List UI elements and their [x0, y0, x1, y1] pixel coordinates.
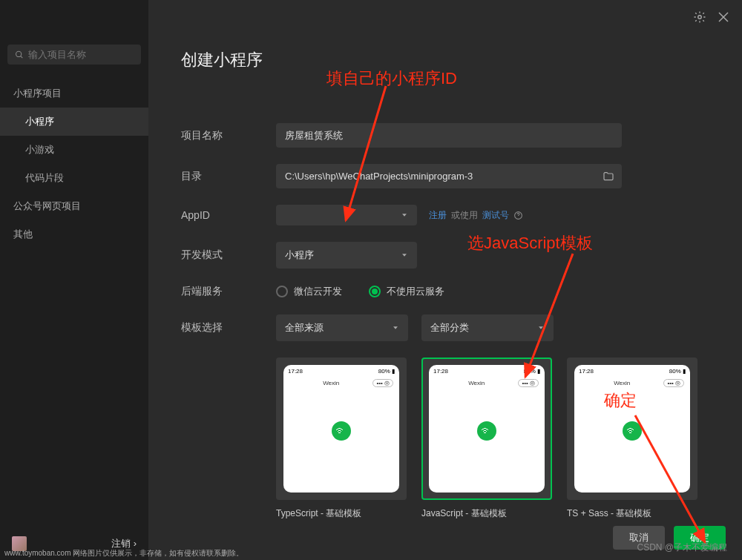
row-appid: AppID 注册 或使用 测试号	[181, 205, 700, 225]
svg-point-2	[698, 16, 702, 19]
label-dev-mode: 开发模式	[181, 248, 276, 262]
nav-section-other[interactable]: 其他	[0, 220, 148, 248]
template-name: TypeScript - 基础模板	[276, 507, 407, 520]
template-list: 17:2880% ▮ Wexin••• ◎ ᯤ TypeScript - 基础模…	[276, 358, 700, 520]
chevron-down-icon	[537, 324, 545, 332]
svg-point-0	[16, 51, 22, 56]
label-directory: 目录	[181, 170, 276, 183]
label-appid: AppID	[181, 209, 276, 221]
input-directory[interactable]	[285, 164, 603, 188]
label-template: 模板选择	[181, 321, 276, 335]
watermark-left: www.toymoban.com 网络图片仅供展示，非存储，如有侵权请联系删除。	[4, 548, 243, 559]
appid-hint: 注册 或使用 测试号	[429, 209, 523, 222]
search-icon	[15, 50, 24, 60]
nav-item-minigame[interactable]: 小游戏	[0, 136, 148, 164]
radio-dot-selected	[369, 286, 381, 297]
close-icon[interactable]	[717, 10, 730, 24]
miniprogram-logo-icon: ᯤ	[623, 421, 642, 441]
row-dev-mode: 开发模式 小程序	[181, 242, 700, 269]
help-icon[interactable]	[513, 211, 523, 220]
page-title: 创建小程序	[181, 49, 700, 71]
main: 创建小程序 项目名称 目录 AppID 注册 或使用 测试号	[148, 0, 742, 560]
template-source-value: 全部来源	[285, 321, 324, 335]
chevron-down-icon	[392, 324, 399, 332]
nav-item-snippet[interactable]: 代码片段	[0, 164, 148, 192]
label-project-name: 项目名称	[181, 129, 276, 142]
titlebar	[148, 0, 742, 34]
nav-item-miniprogram[interactable]: 小程序	[0, 108, 148, 136]
radio-nocloud-label: 不使用云服务	[387, 285, 444, 298]
radio-cloud-label: 微信云开发	[294, 285, 342, 298]
template-card-ts-sass[interactable]: 17:2880% ▮ Wexin••• ◎ ᯤ TS + Sass - 基础模板	[567, 358, 697, 520]
chevron-down-icon	[401, 251, 408, 259]
template-card-javascript[interactable]: 17:2880% ▮ Wexin••• ◎ ᯤ JavaScript - 基础模…	[421, 358, 552, 520]
template-preview: 17:2880% ▮ Wexin••• ◎ ᯤ	[276, 358, 407, 500]
gear-icon[interactable]	[693, 10, 706, 24]
select-dev-mode[interactable]: 小程序	[276, 242, 417, 269]
row-template: 模板选择 全部来源 全部分类	[181, 314, 700, 341]
select-template-source[interactable]: 全部来源	[276, 314, 408, 341]
miniprogram-logo-icon: ᯤ	[332, 421, 351, 441]
link-test-account[interactable]: 测试号	[482, 209, 509, 222]
chevron-down-icon	[401, 211, 408, 219]
link-register[interactable]: 注册	[429, 209, 447, 222]
search-box[interactable]	[7, 45, 141, 65]
row-directory: 目录	[181, 164, 700, 188]
search-input[interactable]	[28, 49, 134, 60]
select-appid[interactable]	[276, 205, 417, 225]
template-name: TS + Sass - 基础模板	[567, 507, 697, 520]
watermark: CSDN @子木不爱编程	[637, 541, 727, 554]
radio-no-cloud[interactable]: 不使用云服务	[369, 285, 444, 298]
nav: 小程序项目 小程序 小游戏 代码片段 公众号网页项目 其他	[0, 73, 148, 254]
label-backend: 后端服务	[181, 285, 276, 298]
nav-section-officialaccount[interactable]: 公众号网页项目	[0, 192, 148, 220]
radio-dot	[276, 286, 288, 297]
template-preview: 17:2880% ▮ Wexin••• ◎ ᯤ	[421, 358, 552, 500]
miniprogram-logo-icon: ᯤ	[477, 421, 496, 441]
svg-line-1	[21, 56, 23, 58]
folder-icon[interactable]	[603, 171, 614, 182]
appid-or: 或使用	[451, 209, 478, 222]
sidebar: 小程序项目 小程序 小游戏 代码片段 公众号网页项目 其他 注销 ›	[0, 0, 148, 560]
template-name: JavaScript - 基础模板	[421, 507, 552, 520]
input-project-name[interactable]	[276, 123, 622, 148]
radio-cloud[interactable]: 微信云开发	[276, 285, 342, 298]
template-preview: 17:2880% ▮ Wexin••• ◎ ᯤ	[567, 358, 697, 500]
content: 创建小程序 项目名称 目录 AppID 注册 或使用 测试号	[148, 34, 742, 560]
row-backend: 后端服务 微信云开发 不使用云服务	[181, 285, 700, 298]
select-template-category[interactable]: 全部分类	[421, 314, 554, 341]
template-category-value: 全部分类	[430, 321, 469, 335]
dev-mode-value: 小程序	[285, 248, 314, 262]
nav-section-miniprogram-project[interactable]: 小程序项目	[0, 79, 148, 108]
template-card-typescript[interactable]: 17:2880% ▮ Wexin••• ◎ ᯤ TypeScript - 基础模…	[276, 358, 407, 520]
row-project-name: 项目名称	[181, 123, 700, 148]
